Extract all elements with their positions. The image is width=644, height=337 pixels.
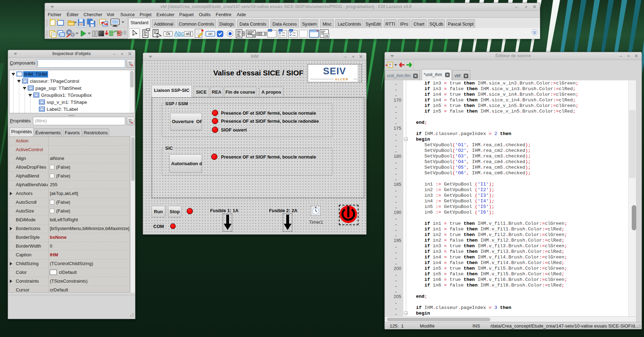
svg-text:on: on [208, 32, 213, 36]
svg-text:ab: ab [186, 32, 190, 36]
svg-text:Abc: Abc [174, 31, 184, 36]
svg-text:Ok: Ok [166, 32, 171, 36]
svg-text:Ok: Ok [324, 34, 329, 38]
